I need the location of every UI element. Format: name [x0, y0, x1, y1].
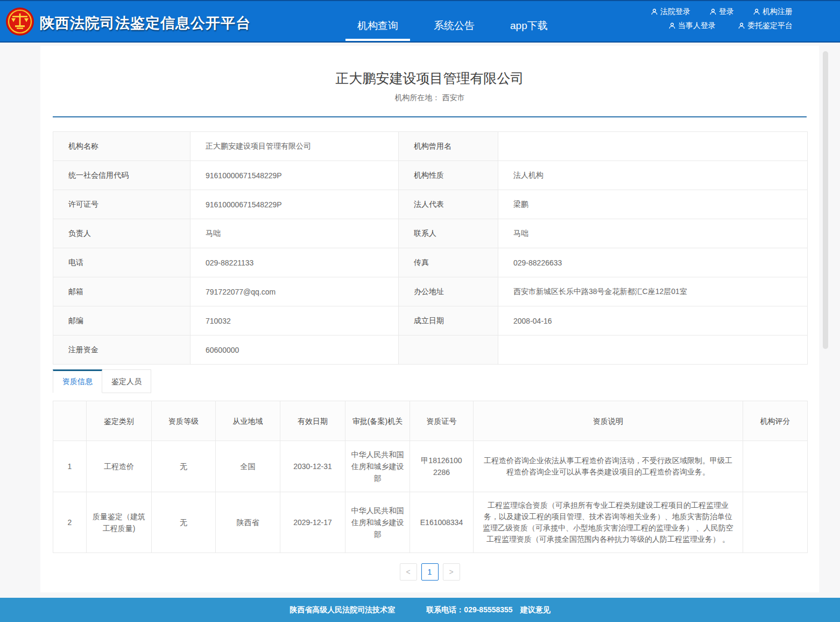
cell-description: 工程造价咨询企业依法从事工程造价咨询活动，不受行政区域限制。甲级工程造价咨询企业…: [474, 441, 743, 492]
cell-index: 2: [53, 492, 87, 553]
cell-level: 无: [152, 441, 216, 492]
info-label: 统一社会信用代码: [53, 161, 190, 190]
info-label: 机构性质: [399, 161, 498, 190]
login-link[interactable]: 登录: [710, 7, 734, 17]
org-info-table: 机构名称 正大鹏安建设项目管理有限公司 机构曾用名 统一社会信用代码 91610…: [53, 131, 808, 365]
cell-score: [743, 492, 808, 553]
site-title: 陕西法院司法鉴定信息公开平台: [40, 13, 251, 33]
info-value: 马咄: [498, 219, 808, 248]
qualification-header-row: 鉴定类别 资质等级 从业地域 有效日期 审批(备案)机关 资质证号 资质说明 机…: [53, 401, 808, 441]
user-icon: [710, 9, 716, 15]
cell-authority: 中华人民共和国住房和城乡建设部: [345, 492, 410, 553]
header-links-row2: 当事人登录 委托鉴定平台: [669, 21, 793, 31]
tab-appraisers[interactable]: 鉴定人员: [102, 369, 151, 393]
col-header-authority: 审批(备案)机关: [345, 401, 410, 441]
pagination-page-1[interactable]: 1: [421, 563, 439, 581]
table-row: 电话 029-88221133 传真 029-88226633: [53, 248, 808, 277]
info-label: 法人代表: [399, 190, 498, 219]
cell-valid-date: 2030-12-31: [280, 441, 345, 492]
cell-cert-no: 甲181261002286: [410, 441, 474, 492]
pagination-next-button[interactable]: >: [443, 563, 460, 581]
entrust-platform-label: 委托鉴定平台: [747, 21, 793, 31]
info-value: 马咄: [190, 219, 399, 248]
court-login-link[interactable]: 法院登录: [651, 7, 690, 17]
nav-tab-app-download[interactable]: app下载: [508, 19, 550, 40]
user-icon: [738, 23, 745, 29]
cell-index: 1: [53, 441, 87, 492]
info-label: 电话: [53, 248, 190, 277]
info-label: [399, 336, 498, 365]
org-name-title: 正大鹏安建设项目管理有限公司: [40, 46, 819, 87]
info-value: 029-88221133: [190, 248, 399, 277]
info-label: 办公地址: [399, 277, 498, 306]
info-label: 机构曾用名: [399, 132, 498, 161]
table-row: 负责人 马咄 联系人 马咄: [53, 219, 808, 248]
login-label: 登录: [719, 7, 734, 17]
info-label: 注册资金: [53, 336, 190, 365]
footer-bar: 陕西省高级人民法院司法技术室 联系电话：029-85558355 建议意见: [0, 598, 840, 622]
table-row: 注册资金 60600000: [53, 336, 808, 365]
cell-score: [743, 441, 808, 492]
info-value: 91610000671548229P: [190, 161, 399, 190]
org-register-link[interactable]: 机构注册: [753, 7, 793, 17]
cell-category: 工程造价: [87, 441, 152, 492]
col-header-valid-date: 有效日期: [280, 401, 345, 441]
info-value: 梁鹏: [498, 190, 808, 219]
tab-qualification-info[interactable]: 资质信息: [53, 369, 102, 393]
title-divider: [53, 116, 807, 117]
table-row: 机构名称 正大鹏安建设项目管理有限公司 机构曾用名: [53, 132, 808, 161]
org-register-label: 机构注册: [763, 7, 793, 17]
info-value: 西安市新城区长乐中路38号金花新都汇C座12层01室: [498, 277, 808, 306]
info-value: 正大鹏安建设项目管理有限公司: [190, 132, 399, 161]
info-value: 791722077@qq.com: [190, 277, 399, 306]
nav-tab-org-search[interactable]: 机构查询: [355, 19, 400, 40]
table-row: 邮编 710032 成立日期 2008-04-16: [53, 306, 808, 336]
col-header-description: 资质说明: [474, 401, 743, 441]
info-value: 2008-04-16: [498, 306, 808, 336]
info-label: 机构名称: [53, 132, 190, 161]
info-label: 邮箱: [53, 277, 190, 306]
info-value: 法人机构: [498, 161, 808, 190]
info-value: 91610000671548229P: [190, 190, 399, 219]
court-emblem-logo: [5, 7, 34, 36]
user-icon: [669, 23, 675, 29]
court-login-label: 法院登录: [660, 7, 690, 17]
info-value: [498, 132, 808, 161]
table-row: 1 工程造价 无 全国 2030-12-31 中华人民共和国住房和城乡建设部 甲…: [53, 441, 808, 492]
page: 陕西法院司法鉴定信息公开平台 机构查询 系统公告 app下载 法院登录 登录 机…: [0, 0, 840, 622]
info-label: 联系人: [399, 219, 498, 248]
footer-feedback-link[interactable]: 建议意见: [520, 605, 550, 615]
col-header-index: [53, 401, 87, 441]
cell-category: 质量鉴定（建筑工程质量): [87, 492, 152, 553]
entrust-platform-link[interactable]: 委托鉴定平台: [738, 21, 793, 31]
table-row: 许可证号 91610000671548229P 法人代表 梁鹏: [53, 190, 808, 219]
info-label: 邮编: [53, 306, 190, 336]
info-value: 029-88226633: [498, 248, 808, 277]
party-login-label: 当事人登录: [678, 21, 716, 31]
table-row: 邮箱 791722077@qq.com 办公地址 西安市新城区长乐中路38号金花…: [53, 277, 808, 306]
footer-department: 陕西省高级人民法院司法技术室: [290, 605, 395, 615]
pagination-prev-button[interactable]: <: [400, 563, 417, 581]
org-location: 机构所在地： 西安市: [40, 93, 819, 103]
info-label: 负责人: [53, 219, 190, 248]
user-icon: [651, 9, 658, 15]
info-value: [498, 336, 808, 365]
col-header-category: 鉴定类别: [87, 401, 152, 441]
content-card: 正大鹏安建设项目管理有限公司 机构所在地： 西安市 机构名称 正大鹏安建设项目管…: [40, 46, 819, 592]
col-header-level: 资质等级: [152, 401, 216, 441]
user-icon: [753, 9, 760, 15]
cell-authority: 中华人民共和国住房和城乡建设部: [345, 441, 410, 492]
info-label: 成立日期: [399, 306, 498, 336]
col-header-score: 机构评分: [743, 401, 808, 441]
info-value: 60600000: [190, 336, 399, 365]
cell-cert-no: E161008334: [410, 492, 474, 553]
qualification-table: 鉴定类别 资质等级 从业地域 有效日期 审批(备案)机关 资质证号 资质说明 机…: [53, 401, 808, 553]
col-header-region: 从业地域: [216, 401, 280, 441]
info-label: 许可证号: [53, 190, 190, 219]
nav-tab-announcements[interactable]: 系统公告: [432, 19, 477, 40]
vertical-scrollbar-thumb[interactable]: [823, 51, 828, 349]
cell-valid-date: 2029-12-17: [280, 492, 345, 553]
header-links-row1: 法院登录 登录 机构注册: [651, 7, 793, 17]
cell-region: 全国: [216, 441, 280, 492]
party-login-link[interactable]: 当事人登录: [669, 21, 716, 31]
